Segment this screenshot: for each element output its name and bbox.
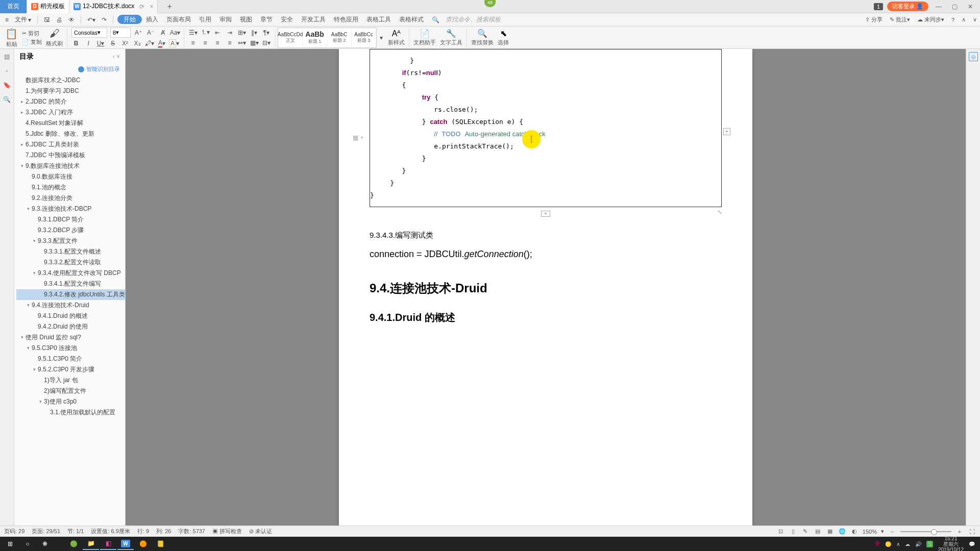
menu-表格工具[interactable]: 表格工具 bbox=[362, 15, 395, 24]
auth-status[interactable]: ⊘ 未认证 bbox=[249, 528, 272, 535]
select-button[interactable]: ⬉选择 bbox=[496, 27, 511, 49]
bookmark-icon[interactable]: 🔖 bbox=[3, 81, 12, 90]
tray-cloud-icon[interactable]: ☁ bbox=[905, 541, 910, 547]
docassist-button[interactable]: 📄文档助手 bbox=[411, 27, 438, 49]
toc-item[interactable]: ▾9.5.2.C3P0 开发步骤 bbox=[16, 364, 125, 375]
toc-item[interactable]: 9.4.1.Druid 的概述 bbox=[16, 311, 125, 321]
resize-icon[interactable]: ⤡ bbox=[718, 209, 722, 215]
toc-item[interactable]: 5.Jdbc 删除、修改、更新 bbox=[16, 129, 125, 139]
tab-home[interactable]: 首页 bbox=[0, 0, 27, 13]
page-icon[interactable]: ▫ bbox=[3, 66, 12, 76]
sync-button[interactable]: ☁ 未同步▾ bbox=[917, 16, 944, 23]
highlight-icon[interactable]: 🖍▾ bbox=[145, 39, 154, 48]
toc-item[interactable]: 9.3.2.DBCP 步骤 bbox=[16, 225, 125, 236]
tray-expand-icon[interactable]: ∧ bbox=[896, 541, 900, 547]
save-icon[interactable]: 🖫 bbox=[42, 15, 52, 24]
toc-item[interactable]: ▸2.JDBC 的简介 bbox=[16, 96, 125, 107]
align-center-icon[interactable]: ≡ bbox=[201, 38, 210, 47]
toc-item[interactable]: ▾9.数据库连接池技术 bbox=[16, 161, 125, 171]
notification-badge[interactable]: 1 bbox=[874, 3, 883, 10]
paste-group[interactable]: 📋 粘贴 bbox=[3, 27, 20, 49]
app-orange-icon[interactable]: 🟠 bbox=[135, 538, 151, 550]
notifications-icon[interactable]: 💬 bbox=[969, 541, 975, 547]
cut-button[interactable]: ✂ 剪切 bbox=[22, 30, 39, 37]
menu-开发工具[interactable]: 开发工具 bbox=[297, 15, 330, 24]
share-button[interactable]: ⇪ 分享 bbox=[865, 16, 883, 23]
outdent-icon[interactable]: ⇤ bbox=[213, 28, 222, 37]
toc-item[interactable]: ▸3.JDBC 入门程序 bbox=[16, 107, 125, 118]
print-icon[interactable]: 🖨 bbox=[54, 15, 64, 24]
toc-item[interactable]: 9.2.连接池分类 bbox=[16, 193, 125, 204]
explorer-icon[interactable]: 📁 bbox=[83, 538, 99, 550]
align-right-icon[interactable]: ≡ bbox=[213, 38, 222, 47]
undo-icon[interactable]: ↶▾ bbox=[85, 15, 97, 24]
underline-icon[interactable]: U▾ bbox=[96, 39, 105, 48]
view-mode-3-icon[interactable]: ✎ bbox=[801, 528, 810, 536]
toc-item[interactable]: 4.ResultSet 对象详解 bbox=[16, 118, 125, 129]
toc-item[interactable]: 9.3.3.2.配置文件读取 bbox=[16, 257, 125, 268]
expand-icon[interactable]: + bbox=[723, 128, 730, 135]
maximize-icon[interactable]: ▢ bbox=[949, 3, 961, 10]
shading-icon[interactable]: ⊟▾ bbox=[262, 38, 271, 47]
grow-font-icon[interactable]: A⁺ bbox=[134, 28, 143, 37]
format-brush[interactable]: 🖌 格式刷 bbox=[44, 27, 65, 49]
close-icon[interactable]: ✕ bbox=[965, 3, 976, 10]
zoom-out-icon[interactable]: − bbox=[888, 528, 896, 536]
toc-item[interactable]: 9.1.池的概念 bbox=[16, 182, 125, 193]
toc-tree[interactable]: 数据库技术之-JDBC1.为何要学习 JDBC▸2.JDBC 的简介▸3.JDB… bbox=[14, 75, 125, 525]
app-notes-icon[interactable]: 📒 bbox=[152, 538, 168, 550]
menu-表格样式[interactable]: 表格样式 bbox=[395, 15, 428, 24]
expand-ribbon-icon[interactable]: ∨ bbox=[973, 16, 977, 23]
view-mode-2-icon[interactable]: ▯ bbox=[789, 528, 797, 536]
bg-color-icon[interactable]: A▾ bbox=[169, 39, 179, 48]
clock[interactable]: 15:21 星期六 2019/10/12 bbox=[938, 536, 964, 552]
toc-item[interactable]: 3.1.使用加载默认的配置 bbox=[16, 407, 125, 418]
tray-volume-icon[interactable]: 🔊 bbox=[915, 541, 921, 547]
start-button[interactable]: ⊞ bbox=[2, 538, 18, 550]
redo-icon[interactable]: ↷ bbox=[100, 15, 109, 24]
texttool-button[interactable]: 🔧文字工具 bbox=[438, 27, 464, 49]
findreplace-button[interactable]: 🔍查找替换 bbox=[469, 27, 496, 49]
menu-特色应用[interactable]: 特色应用 bbox=[330, 15, 362, 24]
toc-item[interactable]: 9.3.4.1.配置文件编写 bbox=[16, 279, 125, 289]
distribute-icon[interactable]: ⇔▾ bbox=[237, 38, 247, 47]
toc-item[interactable]: 1.为何要学习 JDBC bbox=[16, 86, 125, 96]
zoom-level[interactable]: 150% bbox=[863, 529, 877, 535]
cortana-icon[interactable]: ○ bbox=[19, 538, 36, 550]
tab-template[interactable]: D 稻壳模板 bbox=[27, 0, 69, 13]
menu-icon[interactable]: ≡ bbox=[3, 15, 11, 24]
tab-document[interactable]: W 12-JDBC技术.docx ⟳ × bbox=[69, 0, 158, 13]
toc-item[interactable]: ▸6.JDBC 工具类封装 bbox=[16, 139, 125, 150]
toc-item[interactable]: 9.0.数据库连接 bbox=[16, 171, 125, 182]
menu-章节[interactable]: 章节 bbox=[256, 15, 277, 24]
font-size-select[interactable]: 8 ▾ bbox=[110, 28, 131, 38]
style-标题 3[interactable]: AaBbCc标题 3 bbox=[352, 28, 376, 47]
view-mode-6-icon[interactable]: 🌐 bbox=[838, 528, 846, 536]
style-标题 2[interactable]: AaBbC标题 2 bbox=[327, 28, 352, 47]
search-rail-icon[interactable]: 🔍 bbox=[3, 95, 12, 104]
menu-视图[interactable]: 视图 bbox=[236, 15, 256, 24]
toc-item[interactable]: 7.JDBC 中预编译模板 bbox=[16, 150, 125, 161]
tab-settings-icon[interactable]: ⊞▾ bbox=[237, 28, 247, 37]
subscript-icon[interactable]: X₂ bbox=[133, 39, 142, 48]
tab-new[interactable]: + bbox=[158, 0, 181, 13]
toc-item[interactable]: 数据库技术之-JDBC bbox=[16, 75, 125, 86]
bold-icon[interactable]: B bbox=[71, 39, 81, 48]
newstyle-button[interactable]: Aᴬ新样式 bbox=[386, 27, 407, 49]
style-标题 1[interactable]: AaBb标题 1 bbox=[303, 28, 327, 47]
menu-开始[interactable]: 开始 bbox=[117, 15, 142, 24]
style-gallery[interactable]: AaBbCcDd正文AaBb标题 1AaBbC标题 2AaBbCc标题 3 bbox=[278, 28, 377, 48]
menu-页面布局[interactable]: 页面布局 bbox=[162, 15, 195, 24]
toc-item[interactable]: ▾9.3.连接池技术-DBCP bbox=[16, 204, 125, 214]
app-s-icon[interactable]: ❋ bbox=[37, 538, 53, 550]
margin-note-icon[interactable]: ▦ ▾ bbox=[353, 134, 361, 142]
toc-item[interactable]: 9.3.1.DBCP 简介 bbox=[16, 214, 125, 225]
command-search[interactable]: 查找命令、搜索模板 bbox=[444, 15, 863, 24]
wps-icon[interactable]: W bbox=[117, 538, 134, 550]
tray-ime-icon[interactable]: S bbox=[926, 541, 933, 547]
view-mode-1-icon[interactable]: ⊡ bbox=[777, 528, 785, 536]
show-marks-icon[interactable]: ¶▾ bbox=[262, 28, 271, 37]
style-more-icon[interactable]: ▾ bbox=[377, 33, 386, 42]
toc-item[interactable]: ▾9.3.3.配置文件 bbox=[16, 236, 125, 246]
auto-toc-label[interactable]: 智能识别目录 bbox=[86, 65, 120, 73]
